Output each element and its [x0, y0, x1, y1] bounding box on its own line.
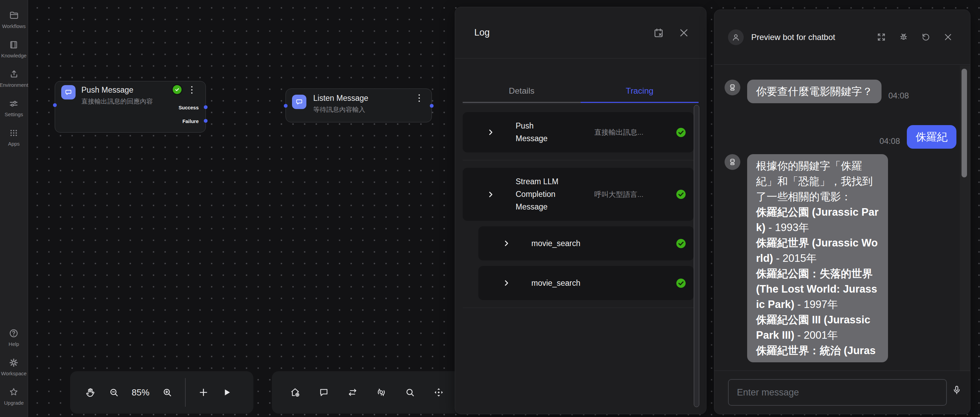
- check-circle-icon: [676, 189, 686, 200]
- reset-refresh-icon[interactable]: [921, 32, 931, 42]
- port-success[interactable]: [204, 105, 208, 109]
- chat-message-row: 侏羅紀 04:08: [714, 125, 970, 149]
- node-menu-icon[interactable]: [188, 85, 196, 95]
- log-scrollbar[interactable]: [694, 105, 699, 407]
- gear-icon: [8, 358, 19, 368]
- comment-icon[interactable]: [318, 387, 329, 398]
- tab-tracing[interactable]: Tracing: [581, 59, 698, 103]
- sidebar-item-environment[interactable]: Environment: [0, 69, 29, 87]
- trace-row-title: Stream LLM Completion Message: [515, 175, 567, 213]
- sidebar-item-apps[interactable]: Apps: [8, 128, 19, 146]
- zoom-in-icon[interactable]: [162, 387, 173, 398]
- chevron-right-icon[interactable]: [487, 128, 495, 136]
- zoom-level[interactable]: 85%: [132, 387, 150, 398]
- debug-bug-icon[interactable]: [899, 32, 908, 42]
- port-failure[interactable]: [204, 119, 208, 123]
- help-circle-icon: [8, 328, 19, 338]
- port-output[interactable]: [430, 104, 434, 108]
- message-input[interactable]: [728, 379, 947, 406]
- close-icon[interactable]: [943, 32, 953, 42]
- sidebar-item-knowledge[interactable]: Knowledge: [1, 40, 26, 58]
- idea-refresh-icon[interactable]: [376, 387, 387, 398]
- node-menu-icon[interactable]: [415, 93, 423, 103]
- chevron-right-icon[interactable]: [502, 279, 511, 287]
- grid-dots-icon: [8, 128, 19, 138]
- book-icon: [8, 40, 19, 50]
- sidebar-item-settings[interactable]: Settings: [5, 98, 23, 117]
- sidebar-item-label: Upgrade: [4, 400, 24, 405]
- expand-icon[interactable]: [877, 32, 886, 42]
- trace-row[interactable]: movie_search: [478, 266, 694, 300]
- add-home-icon[interactable]: [290, 387, 301, 398]
- chat-panel-title: Preview bot for chatbot: [751, 31, 837, 43]
- node-push-message[interactable]: Push Message 直接輸出訊息的回應內容 Success Failure: [55, 81, 206, 133]
- success-check-icon: [172, 84, 183, 95]
- port-input[interactable]: [53, 103, 57, 107]
- fit-view-icon[interactable]: [433, 387, 444, 398]
- zoom-out-icon[interactable]: [108, 387, 119, 398]
- trace-row[interactable]: Stream LLM Completion Message 呼叫大型語言...: [463, 168, 694, 221]
- chat-scrollbar[interactable]: [961, 69, 967, 178]
- chat-message-row: 根據你的關鍵字「侏羅紀」和「恐龍」，我找到了一些相關的電影：侏羅紀公園 (Jur…: [714, 154, 970, 362]
- person-icon: [731, 32, 741, 42]
- node-subtitle: 等待訊息內容輸入: [313, 105, 365, 114]
- trace-row[interactable]: Push Message 直接輸出訊息...: [463, 112, 694, 152]
- sidebar-item-label: Environment: [0, 82, 29, 87]
- upload-icon: [9, 69, 19, 79]
- log-title: Log: [474, 27, 639, 38]
- message-bubble-icon: [292, 95, 306, 109]
- sidebar-item-label: Apps: [8, 141, 19, 146]
- clear-log-calendar-icon[interactable]: [653, 27, 664, 39]
- sidebar-item-workflows[interactable]: Workflows: [2, 10, 25, 29]
- microphone-icon[interactable]: [951, 385, 963, 398]
- search-icon[interactable]: [404, 387, 415, 398]
- tracing-list: Push Message 直接輸出訊息... Stream LLM Comple…: [463, 103, 698, 413]
- message-timestamp: 04:08: [888, 91, 909, 100]
- port-label-success: Success: [178, 105, 199, 110]
- tab-details[interactable]: Details: [463, 59, 581, 103]
- bot-avatar: [728, 29, 744, 45]
- check-circle-icon: [676, 278, 686, 289]
- swap-arrows-icon[interactable]: [347, 387, 358, 398]
- chat-message-row: 你要查什麼電影關鍵字？ 04:08: [714, 80, 970, 103]
- trace-row-title: movie_search: [531, 277, 583, 290]
- trace-row[interactable]: movie_search: [478, 226, 694, 260]
- trace-row-desc: 呼叫大型語言...: [594, 190, 676, 199]
- chat-bubble: 你要查什麼電影關鍵字？: [747, 80, 881, 103]
- check-circle-icon: [676, 127, 686, 138]
- trace-divider: [463, 160, 698, 160]
- pan-hand-icon[interactable]: [85, 387, 96, 398]
- sidebar-item-label: Knowledge: [1, 53, 26, 58]
- trace-row-title: movie_search: [531, 237, 583, 250]
- message-timestamp: 04:08: [880, 136, 900, 146]
- add-node-icon[interactable]: [198, 387, 209, 398]
- chevron-right-icon[interactable]: [502, 239, 511, 247]
- close-icon[interactable]: [678, 27, 690, 39]
- node-title: Push Message: [81, 86, 134, 95]
- zoom-toolbar: 85%: [70, 371, 253, 414]
- chat-header: Preview bot for chatbot: [714, 10, 970, 65]
- robot-avatar-icon: [725, 80, 740, 95]
- chevron-right-icon[interactable]: [487, 190, 495, 198]
- sidebar-item-label: Workspace: [1, 371, 27, 376]
- node-listen-message[interactable]: Listen Message 等待訊息內容輸入: [286, 89, 432, 122]
- sidebar-item-help[interactable]: Help: [8, 328, 19, 347]
- sidebar-item-upgrade[interactable]: Upgrade: [4, 387, 24, 405]
- sliders-icon: [8, 98, 19, 109]
- sidebar: Workflows Knowledge Environment Settings…: [0, 0, 28, 417]
- sidebar-item-label: Help: [8, 341, 19, 347]
- robot-avatar-icon: [725, 154, 740, 170]
- chat-bubble: 侏羅紀: [907, 125, 956, 149]
- log-header: Log: [455, 7, 706, 59]
- port-input[interactable]: [284, 104, 288, 108]
- chat-input-bar: [714, 371, 970, 414]
- message-bubble-icon: [61, 85, 76, 100]
- chat-bubble: 根據你的關鍵字「侏羅紀」和「恐龍」，我找到了一些相關的電影：侏羅紀公園 (Jur…: [747, 154, 888, 362]
- sidebar-item-workspace[interactable]: Workspace: [1, 358, 27, 376]
- folder-icon: [9, 10, 19, 21]
- port-label-failure: Failure: [182, 119, 199, 124]
- trace-row-desc: 直接輸出訊息...: [594, 127, 676, 137]
- chat-header-icons: [877, 32, 953, 42]
- sidebar-item-label: Settings: [5, 112, 23, 117]
- run-icon[interactable]: [221, 387, 232, 398]
